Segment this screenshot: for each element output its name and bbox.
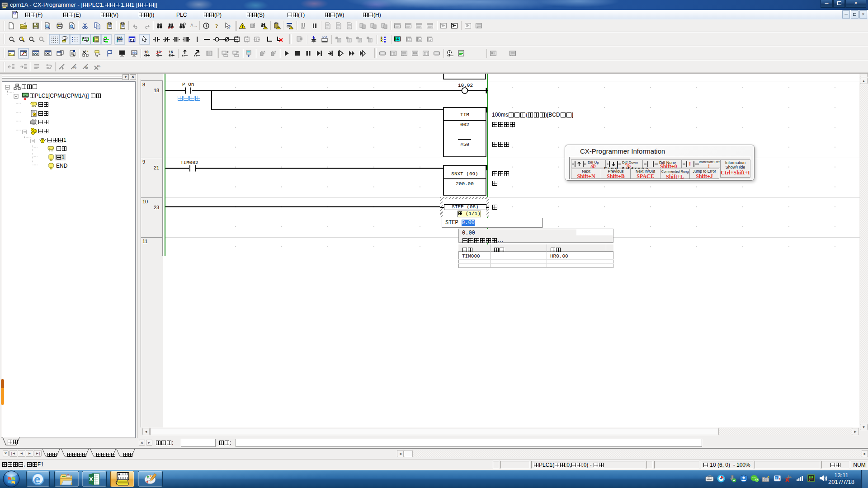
svg-text:200.00: 200.00 bbox=[456, 181, 474, 187]
svg-text:e: e bbox=[34, 473, 40, 486]
svg-text:002: 002 bbox=[460, 122, 469, 127]
svg-text:TIM: TIM bbox=[460, 112, 469, 117]
svg-text:X: X bbox=[89, 476, 93, 483]
svg-text:SNXT (09): SNXT (09) bbox=[451, 171, 478, 177]
svg-text:X: X bbox=[775, 477, 777, 479]
svg-text:!: ! bbox=[689, 161, 691, 168]
svg-text:#50: #50 bbox=[460, 142, 469, 147]
